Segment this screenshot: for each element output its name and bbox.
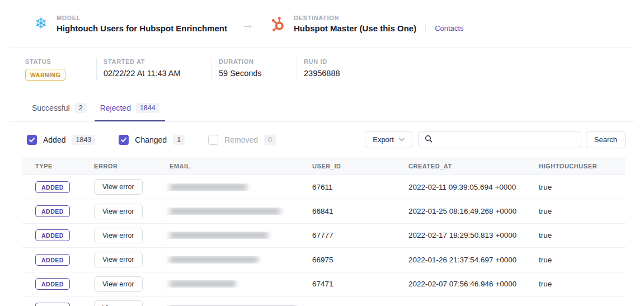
model-label: MODEL [57, 15, 227, 21]
row-hightouchuser: true [532, 183, 626, 191]
column-header-created-at: CREATED_AT [402, 163, 532, 170]
search-button[interactable]: Search [586, 131, 626, 148]
email-redacted [170, 232, 268, 239]
duration-label: DURATION [219, 58, 283, 65]
view-error-button[interactable]: View error [94, 252, 143, 267]
tab-successful-count: 2 [75, 103, 87, 113]
filter-toolbar: Added 1843 Changed 1 Removed 0 Export Se… [10, 122, 634, 156]
row-created-at: 2022-02-07 07:56:46.946 +0000 [402, 280, 532, 288]
row-hightouchuser: true [532, 304, 626, 306]
snowflake-icon: ❄ [32, 16, 49, 32]
result-tabs: Successful 2 Rejected 1844 [10, 98, 634, 122]
row-hightouchuser: true [532, 207, 626, 215]
tab-rejected-label: Rejected [100, 103, 131, 112]
row-created-at: 2022-02-11 09:39:05.694 +0000 [402, 183, 532, 191]
row-type-badge: ADDED [35, 278, 70, 290]
view-error-button[interactable]: View error [94, 204, 143, 219]
table-row: ADDED View error 64360 2021-09-10 09:10:… [22, 296, 626, 306]
email-redacted [170, 280, 236, 288]
search-box[interactable] [419, 131, 581, 148]
row-user-id: 67777 [305, 231, 402, 239]
filter-removed-label: Removed [224, 135, 258, 144]
row-type-badge: ADDED [35, 229, 70, 241]
table-row: ADDED View error 67471 2022-02-07 07:56:… [22, 272, 626, 296]
filter-changed-label: Changed [135, 135, 167, 144]
model-title: Hightouch Users for Hubspot Enrinchment [57, 23, 227, 33]
filter-removed[interactable]: Removed 0 [208, 135, 276, 145]
tab-rejected[interactable]: Rejected 1844 [95, 98, 165, 121]
row-type-badge: ADDED [35, 181, 70, 193]
table-row: ADDED View error 67777 2022-02-17 18:29:… [22, 224, 626, 248]
filter-checkbox[interactable] [119, 135, 129, 145]
search-input[interactable] [437, 135, 575, 144]
destination-entity: DESTINATION Hubspot Master (Use this One… [270, 15, 464, 33]
filter-added[interactable]: Added 1843 [27, 135, 95, 145]
filter-removed-count: 0 [264, 135, 276, 145]
destination-label: DESTINATION [294, 15, 464, 21]
row-created-at: 2022-01-26 21:37:54.697 +0000 [402, 256, 532, 264]
row-type-badge: ADDED [35, 303, 70, 306]
view-error-button[interactable]: View error [94, 179, 143, 195]
status-badge: WARNING [25, 69, 65, 81]
export-button[interactable]: Export [365, 131, 412, 148]
run-id-label: RUN ID [304, 58, 340, 65]
status-label: STATUS [25, 58, 83, 65]
contacts-link[interactable]: Contacts [425, 24, 463, 32]
row-created-at: 2021-09-10 09:10:32.854 +0000 [402, 304, 532, 306]
rejected-rows-table: TYPE ERROR EMAIL USER_ID CREATED_AT HIGH… [22, 157, 626, 306]
view-error-button[interactable]: View error [94, 228, 143, 243]
status-strip: STATUS WARNING STARTED AT 02/22/22 At 11… [10, 48, 634, 92]
column-header-error: ERROR [81, 157, 162, 175]
filter-added-label: Added [43, 135, 65, 144]
table-row: ADDED View error 66975 2022-01-26 21:37:… [22, 248, 626, 272]
row-type-badge: ADDED [35, 254, 70, 266]
row-user-id: 67471 [305, 280, 402, 288]
started-at-label: STARTED AT [104, 58, 198, 65]
row-created-at: 2022-02-17 18:29:50.813 +0000 [402, 231, 532, 239]
table-row: ADDED View error 67611 2022-02-11 09:39:… [22, 175, 626, 199]
row-user-id: 67611 [305, 183, 402, 191]
column-header-hightouchuser: HIGHTOUCHUSER [532, 163, 626, 170]
arrow-right-icon: → [242, 16, 254, 32]
row-hightouchuser: true [532, 256, 626, 264]
filter-changed-count: 1 [173, 135, 185, 145]
column-header-email: EMAIL [162, 163, 305, 170]
chevron-down-icon [399, 138, 405, 142]
email-redacted [170, 256, 258, 263]
view-error-button[interactable]: View error [94, 300, 143, 306]
tab-successful[interactable]: Successful 2 [26, 98, 92, 121]
run-header: ❄ MODEL Hightouch Users for Hubspot Enri… [10, 0, 634, 48]
export-label: Export [373, 135, 394, 144]
filter-checkbox[interactable] [27, 135, 37, 145]
column-header-type: TYPE [22, 163, 81, 170]
filter-added-count: 1843 [72, 135, 95, 145]
column-header-user-id: USER_ID [305, 163, 402, 170]
table-body: ADDED View error 67611 2022-02-11 09:39:… [22, 175, 626, 306]
search-icon [425, 135, 433, 145]
email-redacted [170, 183, 247, 191]
row-type-badge: ADDED [35, 205, 70, 217]
tab-rejected-count: 1844 [136, 103, 159, 113]
row-hightouchuser: true [532, 231, 626, 239]
view-error-button[interactable]: View error [94, 276, 143, 292]
table-header-row: TYPE ERROR EMAIL USER_ID CREATED_AT HIGH… [22, 157, 626, 175]
hubspot-icon [270, 16, 286, 32]
row-user-id: 66975 [305, 256, 402, 264]
filter-changed[interactable]: Changed 1 [119, 135, 185, 145]
duration-value: 59 Seconds [219, 69, 283, 78]
row-hightouchuser: true [532, 280, 626, 288]
row-user-id: 66841 [305, 207, 402, 215]
table-row: ADDED View error 66841 2022-01-25 08:16:… [22, 199, 626, 223]
tab-successful-label: Successful [32, 103, 70, 112]
row-user-id: 64360 [305, 304, 402, 306]
started-at-value: 02/22/22 At 11:43 AM [104, 69, 198, 78]
email-redacted [170, 208, 280, 215]
model-entity: ❄ MODEL Hightouch Users for Hubspot Enri… [32, 15, 227, 33]
row-created-at: 2022-01-25 08:16:49.268 +0000 [402, 207, 532, 215]
run-id-value: 23956888 [304, 69, 340, 78]
filter-checkbox[interactable] [208, 135, 218, 145]
destination-title: Hubspot Master (Use this One) [294, 23, 416, 33]
